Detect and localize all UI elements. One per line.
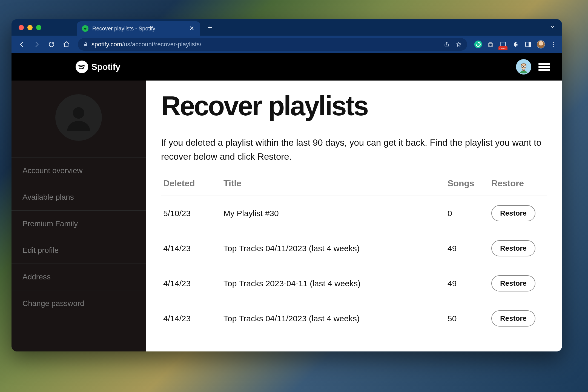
sidebar-item-label: Change password: [22, 299, 84, 308]
svg-rect-1: [84, 44, 87, 46]
cell-title: Top Tracks 04/11/2023 (last 4 weeks): [221, 231, 445, 266]
window-minimize-button[interactable]: [27, 25, 33, 30]
new-tab-button[interactable]: +: [206, 23, 214, 32]
sidebar-item-label: Address: [22, 273, 51, 281]
browser-toolbar: spotify.com/us/account/recover-playlists…: [12, 36, 562, 53]
bookmark-star-icon[interactable]: [456, 41, 462, 47]
cell-title: Top Tracks 2023-04-11 (last 4 weeks): [221, 266, 445, 301]
sidebar-avatar-wrap: [12, 89, 146, 157]
ext-grammarly-icon[interactable]: [474, 41, 482, 48]
spotify-favicon-icon: [82, 25, 88, 32]
tab-title: Recover playlists - Spotify: [92, 25, 184, 32]
spotify-logo[interactable]: Spotify: [76, 61, 120, 73]
sidebar-item-edit-profile[interactable]: Edit profile: [12, 237, 146, 264]
page-content: Spotify: [12, 53, 562, 351]
cell-deleted: 4/14/23: [161, 266, 221, 301]
cell-title: Top Tracks 04/11/2023 (last 4 weeks): [221, 301, 445, 336]
sidebar-item-change-password[interactable]: Change password: [12, 290, 146, 317]
cell-title: My Playlist #30: [221, 196, 445, 231]
hamburger-menu-button[interactable]: [538, 62, 550, 72]
sidebar-item-premium-family[interactable]: Premium Family: [12, 210, 146, 237]
recover-playlists-table: Deleted Title Songs Restore 5/10/23 My P…: [161, 178, 547, 336]
table-row: 4/14/23 Top Tracks 04/11/2023 (last 4 we…: [161, 301, 547, 336]
account-sidebar: Account overview Available plans Premium…: [12, 81, 146, 351]
tab-strip: Recover playlists - Spotify ✕ +: [12, 19, 562, 36]
col-header-restore: Restore: [489, 178, 547, 196]
svg-rect-4: [489, 42, 492, 43]
reload-button[interactable]: [45, 38, 58, 50]
side-panel-icon[interactable]: [524, 40, 532, 48]
window-maximize-button[interactable]: [36, 25, 41, 30]
cell-songs: 0: [445, 196, 489, 231]
cell-deleted: 4/14/23: [161, 301, 221, 336]
url-text: spotify.com/us/account/recover-playlists…: [91, 41, 202, 48]
traffic-lights: [19, 25, 41, 30]
svg-point-3: [489, 44, 492, 46]
sidebar-item-label: Available plans: [22, 193, 74, 201]
table-row: 4/14/23 Top Tracks 04/11/2023 (last 4 we…: [161, 231, 547, 266]
main-panel: Recover playlists If you deleted a playl…: [146, 81, 562, 351]
window-close-button[interactable]: [19, 25, 24, 30]
page-title: Recover playlists: [161, 91, 547, 120]
forward-button[interactable]: [31, 38, 43, 50]
home-button[interactable]: [60, 38, 72, 50]
extensions-row: desc ⋮: [474, 40, 558, 48]
restore-button[interactable]: Restore: [491, 310, 535, 327]
cell-songs: 49: [445, 266, 489, 301]
tab-close-button[interactable]: ✕: [188, 25, 195, 32]
sidebar-item-address[interactable]: Address: [12, 264, 146, 290]
sidebar-item-label: Account overview: [22, 166, 82, 175]
restore-button[interactable]: Restore: [491, 205, 535, 221]
browser-window: Recover playlists - Spotify ✕ + spotify.…: [12, 19, 562, 351]
restore-button[interactable]: Restore: [491, 240, 535, 256]
cell-deleted: 4/14/23: [161, 231, 221, 266]
page-description: If you deleted a playlist within the las…: [161, 136, 544, 164]
cell-songs: 50: [445, 301, 489, 336]
ext-desc-icon[interactable]: desc: [499, 40, 507, 48]
spotify-header: Spotify: [12, 53, 562, 81]
page-body: Account overview Available plans Premium…: [12, 81, 562, 351]
cell-deleted: 5/10/23: [161, 196, 221, 231]
col-header-title: Title: [221, 178, 445, 196]
restore-button[interactable]: Restore: [491, 275, 535, 291]
spotify-logo-icon: [76, 61, 88, 73]
share-icon[interactable]: [444, 41, 450, 47]
spotify-logo-text: Spotify: [91, 62, 120, 72]
ext-camera-icon[interactable]: [486, 40, 495, 48]
tabs-dropdown-button[interactable]: [549, 24, 555, 31]
svg-rect-7: [529, 42, 531, 47]
table-row: 4/14/23 Top Tracks 2023-04-11 (last 4 we…: [161, 266, 547, 301]
svg-point-12: [524, 66, 526, 68]
profile-avatar[interactable]: [516, 59, 531, 75]
col-header-songs: Songs: [445, 178, 489, 196]
extensions-button[interactable]: [512, 40, 520, 48]
ext-desc-badge: desc: [498, 46, 507, 50]
url-bar[interactable]: spotify.com/us/account/recover-playlists…: [78, 38, 467, 51]
cell-songs: 49: [445, 231, 489, 266]
chrome-profile-avatar[interactable]: [537, 40, 545, 48]
sidebar-avatar-placeholder-icon: [55, 94, 102, 141]
svg-point-11: [521, 66, 523, 68]
sidebar-item-label: Premium Family: [22, 219, 78, 228]
browser-tab[interactable]: Recover playlists - Spotify ✕: [77, 21, 200, 36]
col-header-deleted: Deleted: [161, 178, 221, 196]
chrome-menu-button[interactable]: ⋮: [549, 40, 558, 48]
sidebar-item-account-overview[interactable]: Account overview: [12, 157, 146, 184]
back-button[interactable]: [16, 38, 28, 50]
svg-point-13: [73, 107, 84, 119]
sidebar-item-available-plans[interactable]: Available plans: [12, 184, 146, 210]
lock-icon: [83, 42, 88, 47]
table-row: 5/10/23 My Playlist #30 0 Restore: [161, 196, 547, 231]
sidebar-item-label: Edit profile: [22, 246, 59, 254]
